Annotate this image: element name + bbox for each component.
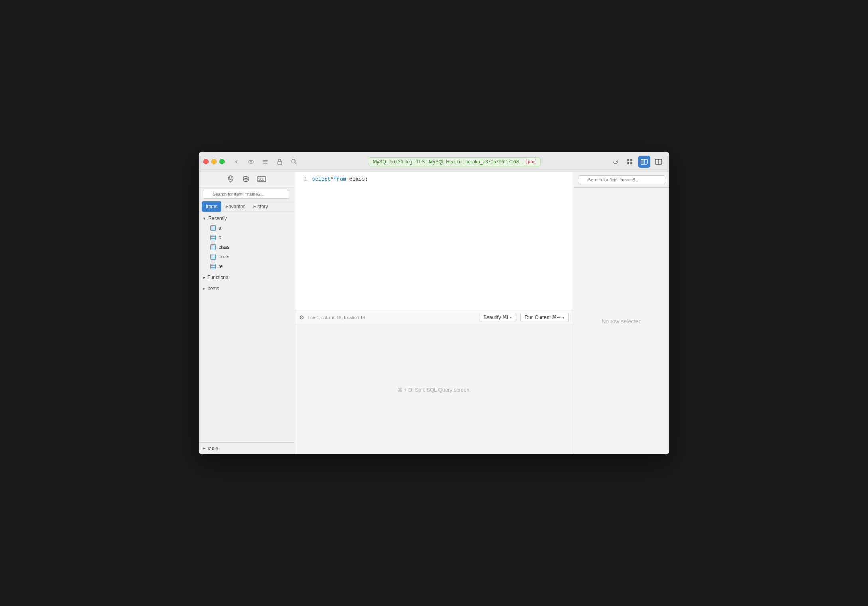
- connection-info: MySQL 5.6.36–log : TLS : MySQL Heroku : …: [303, 157, 606, 166]
- connection-label: MySQL 5.6.36–log : TLS : MySQL Heroku : …: [373, 159, 524, 165]
- item-name-a: a: [219, 225, 221, 231]
- refresh-button[interactable]: [610, 156, 621, 168]
- location-icon[interactable]: [227, 175, 234, 184]
- close-button[interactable]: [203, 159, 209, 164]
- add-table-button[interactable]: + Table: [199, 442, 294, 454]
- svg-rect-28: [214, 226, 216, 227]
- gear-icon[interactable]: ⚙: [299, 314, 304, 321]
- svg-rect-11: [630, 162, 632, 164]
- svg-rect-2: [263, 160, 268, 161]
- functions-section: ▶ Functions: [199, 273, 294, 282]
- right-search-wrapper: 🔍: [578, 175, 665, 184]
- grid-icon[interactable]: [624, 156, 636, 168]
- lines-icon[interactable]: [260, 156, 271, 167]
- sidebar-tabs: Items Favorites History: [199, 201, 294, 212]
- svg-rect-27: [212, 226, 214, 227]
- svg-rect-42: [211, 245, 212, 246]
- svg-rect-51: [212, 254, 214, 256]
- svg-rect-8: [627, 159, 629, 161]
- recently-triangle: ▼: [203, 216, 206, 220]
- list-item-order[interactable]: order: [199, 252, 294, 262]
- run-current-button[interactable]: Run Current ⌘↩ ▾: [520, 313, 569, 322]
- app-window: MySQL 5.6.36–log : TLS : MySQL Heroku : …: [199, 152, 669, 454]
- sidebar: SQL 🔍 Items Favorites History ▼ Recent: [199, 172, 294, 454]
- svg-rect-26: [211, 226, 212, 227]
- kw-select: select: [312, 176, 331, 182]
- recently-header[interactable]: ▼ Recently: [199, 214, 294, 223]
- svg-rect-4: [263, 163, 268, 164]
- beautify-button[interactable]: Beautify ⌘I ▾: [479, 313, 516, 322]
- sql-icon[interactable]: SQL: [257, 176, 266, 184]
- svg-rect-36: [214, 235, 216, 237]
- svg-rect-60: [214, 264, 216, 266]
- split-right-button[interactable]: [653, 156, 665, 168]
- tab-favorites[interactable]: Favorites: [221, 201, 249, 212]
- hint-text: ⌘ + D: Split SQL Query screen.: [397, 387, 471, 393]
- database-icon[interactable]: [242, 175, 249, 184]
- sidebar-search-input[interactable]: [203, 190, 290, 199]
- svg-rect-3: [263, 161, 268, 162]
- traffic-lights: [203, 159, 225, 164]
- right-content: No row selected: [574, 188, 669, 454]
- recently-label: Recently: [208, 216, 227, 221]
- svg-rect-59: [212, 264, 214, 266]
- svg-rect-34: [211, 235, 212, 237]
- kw-table: class;: [349, 176, 368, 182]
- svg-rect-9: [630, 159, 632, 161]
- search-icon[interactable]: [288, 156, 300, 167]
- right-search-input[interactable]: [578, 175, 665, 184]
- svg-rect-52: [214, 254, 216, 256]
- item-name-class: class: [219, 244, 229, 250]
- svg-point-6: [292, 159, 295, 163]
- titlebar-actions: [610, 156, 665, 168]
- back-icon[interactable]: [231, 156, 242, 167]
- items-triangle: ▶: [203, 287, 205, 291]
- tab-history[interactable]: History: [249, 201, 272, 212]
- status-info: line 1, column 19, location 18: [308, 315, 475, 320]
- right-panel: 🔍 No row selected: [574, 172, 669, 454]
- recently-section: ▼ Recently a b: [199, 214, 294, 271]
- table-grid-icon: [210, 225, 216, 231]
- split-left-button[interactable]: [638, 156, 650, 168]
- add-table-label: + Table: [203, 446, 218, 451]
- functions-header[interactable]: ▶ Functions: [199, 273, 294, 282]
- sidebar-search-bar: 🔍: [199, 187, 294, 201]
- sidebar-content: ▼ Recently a b: [199, 212, 294, 442]
- items-section-label: Items: [207, 286, 219, 291]
- list-item-a[interactable]: a: [199, 223, 294, 233]
- svg-rect-43: [212, 245, 214, 246]
- list-item-class[interactable]: class: [199, 242, 294, 252]
- svg-rect-50: [211, 254, 212, 256]
- svg-rect-58: [211, 264, 212, 266]
- svg-point-17: [229, 177, 232, 179]
- eye-icon[interactable]: [245, 156, 256, 167]
- table-grid-icon: [210, 234, 216, 241]
- right-search: 🔍: [574, 172, 669, 188]
- beautify-label: Beautify ⌘I: [483, 315, 508, 320]
- functions-label: Functions: [207, 275, 228, 280]
- items-section-header[interactable]: ▶ Items: [199, 284, 294, 293]
- tab-items[interactable]: Items: [202, 201, 221, 212]
- lock-icon[interactable]: [274, 156, 285, 167]
- items-section: ▶ Items: [199, 284, 294, 293]
- sidebar-toolbar: SQL: [199, 172, 294, 187]
- functions-triangle: ▶: [203, 275, 205, 279]
- svg-rect-14: [641, 159, 644, 164]
- run-current-label: Run Current ⌘↩: [525, 315, 561, 320]
- search-wrapper: 🔍: [203, 190, 290, 199]
- minimize-button[interactable]: [211, 159, 217, 164]
- no-row-label: No row selected: [602, 318, 641, 325]
- maximize-button[interactable]: [219, 159, 225, 164]
- svg-text:SQL: SQL: [258, 178, 264, 181]
- table-grid-icon: [210, 254, 216, 260]
- kw-star: *: [331, 176, 334, 182]
- editor-results: ⌘ + D: Split SQL Query screen.: [294, 325, 574, 454]
- list-item-b[interactable]: b: [199, 233, 294, 242]
- svg-point-18: [243, 176, 248, 178]
- list-item-te[interactable]: te: [199, 262, 294, 271]
- svg-rect-44: [214, 245, 216, 246]
- connection-pill: MySQL 5.6.36–log : TLS : MySQL Heroku : …: [369, 157, 541, 166]
- editor-container[interactable]: 1 select*from class;: [294, 172, 574, 310]
- editor-area: 1 select*from class; ⚙ line 1, column 19…: [294, 172, 574, 454]
- svg-rect-10: [627, 162, 629, 164]
